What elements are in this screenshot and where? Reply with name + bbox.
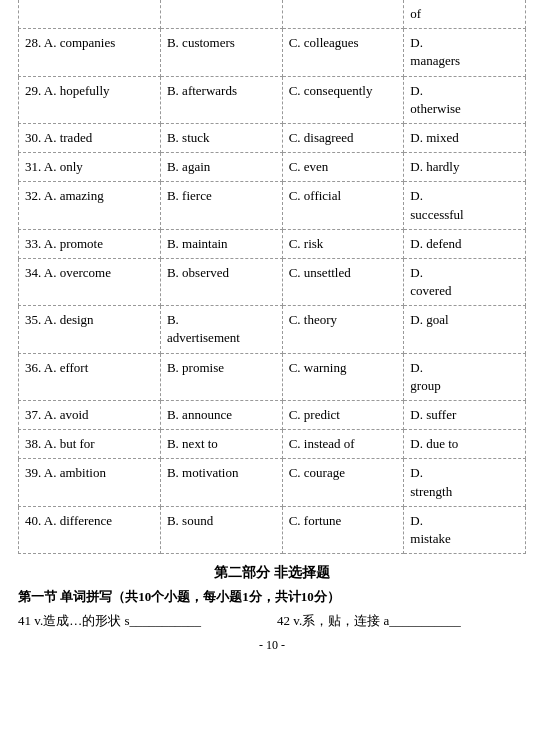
cell-b: B. afterwards xyxy=(160,76,282,123)
table-row: of xyxy=(19,0,526,29)
cell-d: D.covered xyxy=(404,258,526,305)
cell-b: B. motivation xyxy=(160,459,282,506)
table-row: 36. A. effortB. promiseC. warningD.group xyxy=(19,353,526,400)
q42-label: 42 v.系，贴，连接 a xyxy=(277,613,389,628)
table-row: 40. A. differenceB. soundC. fortuneD.mis… xyxy=(19,506,526,553)
cell-num-a xyxy=(19,0,161,29)
table-row: 35. A. designB.advertisementC. theoryD. … xyxy=(19,306,526,353)
q41-blank: ___________ xyxy=(129,613,201,628)
table-row: 34. A. overcomeB. observedC. unsettledD.… xyxy=(19,258,526,305)
cell-c: C. courage xyxy=(282,459,404,506)
cell-b: B. stuck xyxy=(160,123,282,152)
cell-b: B. announce xyxy=(160,401,282,430)
table-row: 28. A. companiesB. customersC. colleague… xyxy=(19,29,526,76)
cell-b: B. next to xyxy=(160,430,282,459)
cell-d: D.managers xyxy=(404,29,526,76)
cell-b: B. customers xyxy=(160,29,282,76)
question-table: of28. A. companiesB. customersC. colleag… xyxy=(18,0,526,554)
cell-num-a: 30. A. traded xyxy=(19,123,161,152)
cell-d: D.strength xyxy=(404,459,526,506)
cell-num-a: 39. A. ambition xyxy=(19,459,161,506)
cell-num-a: 31. A. only xyxy=(19,153,161,182)
table-row: 39. A. ambitionB. motivationC. courageD.… xyxy=(19,459,526,506)
section1-title: 第一节 单词拼写（共10个小题，每小题1分，共计10分） xyxy=(18,588,526,606)
cell-b: B. again xyxy=(160,153,282,182)
cell-num-a: 29. A. hopefully xyxy=(19,76,161,123)
cell-num-a: 32. A. amazing xyxy=(19,182,161,229)
cell-c: C. fortune xyxy=(282,506,404,553)
q42-item: 42 v.系，贴，连接 a___________ xyxy=(277,612,526,630)
cell-d: D.mistake xyxy=(404,506,526,553)
table-row: 37. A. avoidB. announceC. predictD. suff… xyxy=(19,401,526,430)
cell-c: C. colleagues xyxy=(282,29,404,76)
cell-c: C. official xyxy=(282,182,404,229)
cell-num-a: 28. A. companies xyxy=(19,29,161,76)
cell-num-a: 38. A. but for xyxy=(19,430,161,459)
cell-c xyxy=(282,0,404,29)
table-row: 30. A. tradedB. stuckC. disagreedD. mixe… xyxy=(19,123,526,152)
cell-num-a: 37. A. avoid xyxy=(19,401,161,430)
cell-b: B. fierce xyxy=(160,182,282,229)
table-row: 38. A. but forB. next toC. instead ofD. … xyxy=(19,430,526,459)
q42-blank: ___________ xyxy=(389,613,461,628)
table-row: 29. A. hopefullyB. afterwardsC. conseque… xyxy=(19,76,526,123)
cell-d: D.otherwise xyxy=(404,76,526,123)
cell-c: C. instead of xyxy=(282,430,404,459)
table-row: 31. A. onlyB. againC. evenD. hardly xyxy=(19,153,526,182)
cell-b: B.advertisement xyxy=(160,306,282,353)
table-row: 32. A. amazingB. fierceC. officialD.succ… xyxy=(19,182,526,229)
cell-num-a: 35. A. design xyxy=(19,306,161,353)
cell-c: C. disagreed xyxy=(282,123,404,152)
cell-c: C. unsettled xyxy=(282,258,404,305)
cell-b: B. maintain xyxy=(160,229,282,258)
fill-in-row: 41 v.造成…的形状 s___________ 42 v.系，贴，连接 a__… xyxy=(18,612,526,630)
q41-label: 41 v.造成…的形状 s xyxy=(18,613,129,628)
cell-d: D.successful xyxy=(404,182,526,229)
cell-d: D.group xyxy=(404,353,526,400)
table-row: 33. A. promoteB. maintainC. riskD. defen… xyxy=(19,229,526,258)
cell-c: C. risk xyxy=(282,229,404,258)
cell-b xyxy=(160,0,282,29)
cell-b: B. promise xyxy=(160,353,282,400)
cell-num-a: 34. A. overcome xyxy=(19,258,161,305)
q41-item: 41 v.造成…的形状 s___________ xyxy=(18,612,267,630)
cell-d: D. suffer xyxy=(404,401,526,430)
cell-num-a: 33. A. promote xyxy=(19,229,161,258)
cell-d: D. goal xyxy=(404,306,526,353)
cell-d: D. defend xyxy=(404,229,526,258)
cell-c: C. even xyxy=(282,153,404,182)
page-number: - 10 - xyxy=(18,638,526,653)
cell-num-a: 40. A. difference xyxy=(19,506,161,553)
cell-c: C. warning xyxy=(282,353,404,400)
cell-d: D. due to xyxy=(404,430,526,459)
page: of28. A. companiesB. customersC. colleag… xyxy=(0,0,544,653)
cell-num-a: 36. A. effort xyxy=(19,353,161,400)
cell-d: D. mixed xyxy=(404,123,526,152)
cell-c: C. predict xyxy=(282,401,404,430)
cell-c: C. consequently xyxy=(282,76,404,123)
cell-b: B. sound xyxy=(160,506,282,553)
cell-c: C. theory xyxy=(282,306,404,353)
cell-d: of xyxy=(404,0,526,29)
cell-b: B. observed xyxy=(160,258,282,305)
section2-title: 第二部分 非选择题 xyxy=(18,564,526,582)
cell-d: D. hardly xyxy=(404,153,526,182)
